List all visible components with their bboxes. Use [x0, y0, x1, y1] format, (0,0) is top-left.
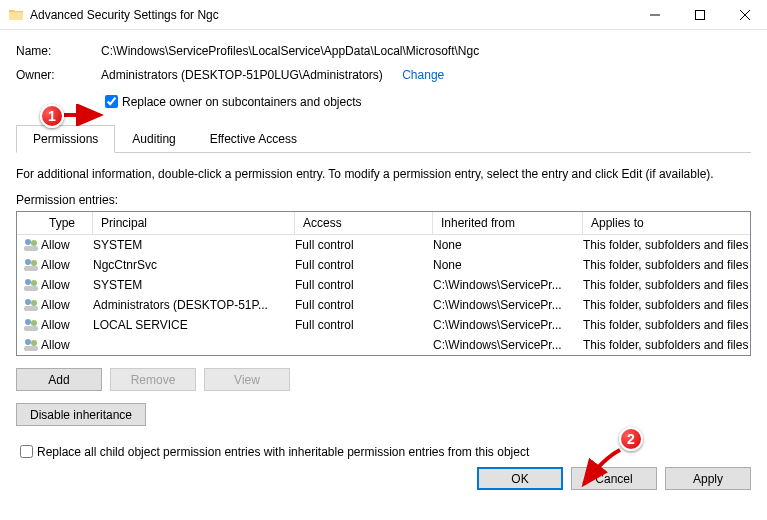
cell-type: Allow [41, 338, 93, 352]
cell-principal: SYSTEM [93, 278, 295, 292]
tab-permissions[interactable]: Permissions [16, 125, 115, 153]
owner-value-row: Administrators (DESKTOP-51P0LUG\Administ… [101, 68, 751, 82]
tab-effective-access[interactable]: Effective Access [193, 125, 314, 153]
replace-all-label: Replace all child object permission entr… [37, 445, 529, 459]
header-access[interactable]: Access [295, 212, 433, 234]
header-type[interactable]: Type [41, 212, 93, 234]
table-row[interactable]: Allow C:\Windows\ServicePr...This folder… [17, 335, 750, 355]
annotation-badge-2: 2 [619, 427, 643, 451]
svg-point-17 [31, 340, 37, 346]
window-title: Advanced Security Settings for Ngc [30, 8, 632, 22]
svg-point-8 [31, 280, 37, 286]
cell-inherited: C:\Windows\ServicePr... [433, 318, 583, 332]
cell-access: Full control [295, 298, 433, 312]
cell-principal: Administrators (DESKTOP-51P... [93, 298, 295, 312]
group-icon [17, 297, 41, 313]
permission-entries-label: Permission entries: [16, 193, 751, 207]
ok-button[interactable]: OK [477, 467, 563, 490]
svg-point-11 [31, 300, 37, 306]
instructions-text: For additional information, double-click… [16, 167, 751, 181]
svg-point-5 [31, 260, 37, 266]
svg-rect-6 [24, 266, 38, 271]
tab-auditing[interactable]: Auditing [115, 125, 192, 153]
cell-type: Allow [41, 238, 93, 252]
maximize-button[interactable] [677, 0, 722, 30]
table-row[interactable]: AllowLOCAL SERVICEFull controlC:\Windows… [17, 315, 750, 335]
group-icon [17, 277, 41, 293]
group-icon [17, 257, 41, 273]
svg-rect-0 [695, 10, 704, 19]
owner-label: Owner: [16, 68, 101, 82]
minimize-button[interactable] [632, 0, 677, 30]
cell-type: Allow [41, 298, 93, 312]
cell-inherited: C:\Windows\ServicePr... [433, 338, 583, 352]
svg-point-1 [25, 239, 31, 245]
close-button[interactable] [722, 0, 767, 30]
table-row[interactable]: AllowAdministrators (DESKTOP-51P...Full … [17, 295, 750, 315]
svg-point-10 [25, 299, 31, 305]
cell-inherited: C:\Windows\ServicePr... [433, 298, 583, 312]
cell-access: Full control [295, 278, 433, 292]
owner-value: Administrators (DESKTOP-51P0LUG\Administ… [101, 68, 383, 82]
svg-rect-18 [24, 346, 38, 351]
remove-button[interactable]: Remove [110, 368, 196, 391]
svg-rect-3 [24, 246, 38, 251]
cell-applies: This folder, subfolders and files [583, 318, 750, 332]
cell-type: Allow [41, 278, 93, 292]
cell-principal: LOCAL SERVICE [93, 318, 295, 332]
table-header: Type Principal Access Inherited from App… [17, 212, 750, 235]
header-principal[interactable]: Principal [93, 212, 295, 234]
group-icon [17, 317, 41, 333]
change-owner-link[interactable]: Change [402, 68, 444, 82]
svg-point-4 [25, 259, 31, 265]
cell-applies: This folder, subfolders and files [583, 258, 750, 272]
annotation-arrow-1 [62, 104, 108, 126]
cell-principal: NgcCtnrSvc [93, 258, 295, 272]
table-row[interactable]: AllowNgcCtnrSvcFull controlNoneThis fold… [17, 255, 750, 275]
header-applies[interactable]: Applies to [583, 212, 750, 234]
svg-rect-9 [24, 286, 38, 291]
annotation-arrow-2 [574, 448, 624, 494]
svg-point-13 [25, 319, 31, 325]
cell-applies: This folder, subfolders and files [583, 238, 750, 252]
cell-inherited: C:\Windows\ServicePr... [433, 278, 583, 292]
svg-rect-15 [24, 326, 38, 331]
header-inherited[interactable]: Inherited from [433, 212, 583, 234]
table-row[interactable]: AllowSYSTEMFull controlNoneThis folder, … [17, 235, 750, 255]
cell-applies: This folder, subfolders and files [583, 298, 750, 312]
cell-applies: This folder, subfolders and files [583, 278, 750, 292]
cell-applies: This folder, subfolders and files [583, 338, 750, 352]
svg-point-16 [25, 339, 31, 345]
cell-access: Full control [295, 238, 433, 252]
cell-type: Allow [41, 318, 93, 332]
svg-point-2 [31, 240, 37, 246]
group-icon [17, 237, 41, 253]
name-label: Name: [16, 44, 101, 58]
folder-icon [8, 7, 24, 23]
svg-point-7 [25, 279, 31, 285]
cell-inherited: None [433, 258, 583, 272]
apply-button[interactable]: Apply [665, 467, 751, 490]
cell-principal: SYSTEM [93, 238, 295, 252]
disable-inheritance-button[interactable]: Disable inheritance [16, 403, 146, 426]
svg-rect-12 [24, 306, 38, 311]
cell-access: Full control [295, 258, 433, 272]
add-button[interactable]: Add [16, 368, 102, 391]
cell-access: Full control [295, 318, 433, 332]
view-button[interactable]: View [204, 368, 290, 391]
name-value: C:\Windows\ServiceProfiles\LocalService\… [101, 44, 751, 58]
cell-type: Allow [41, 258, 93, 272]
dialog-content: Name: C:\Windows\ServiceProfiles\LocalSe… [0, 30, 767, 500]
table-row[interactable]: AllowSYSTEMFull controlC:\Windows\Servic… [17, 275, 750, 295]
tab-strip: Permissions Auditing Effective Access [16, 125, 751, 153]
replace-all-checkbox[interactable] [20, 445, 33, 458]
cell-inherited: None [433, 238, 583, 252]
replace-owner-label: Replace owner on subcontainers and objec… [122, 95, 361, 109]
group-icon [17, 337, 41, 353]
annotation-badge-1: 1 [40, 104, 64, 128]
permission-table: Type Principal Access Inherited from App… [16, 211, 751, 356]
svg-point-14 [31, 320, 37, 326]
titlebar: Advanced Security Settings for Ngc [0, 0, 767, 30]
